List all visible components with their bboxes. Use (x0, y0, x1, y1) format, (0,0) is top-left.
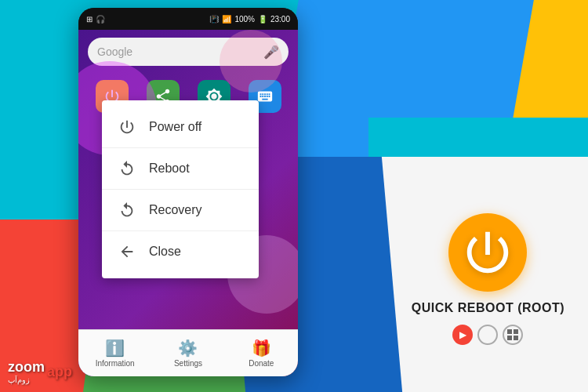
svg-rect-1 (514, 329, 518, 334)
badge-circle (477, 325, 498, 345)
app-power-icon (448, 213, 527, 292)
vibrate-icon: 📳 (209, 15, 219, 24)
clock: 23:00 (270, 15, 290, 24)
svg-rect-0 (507, 329, 512, 334)
power-off-label: Power off (149, 120, 201, 134)
donate-icon: 🎁 (252, 339, 271, 358)
app-badges: ▶ (452, 325, 523, 345)
donate-label: Donate (249, 359, 274, 368)
reboot-label: Reboot (149, 162, 190, 176)
headset-icon: 🎧 (96, 15, 105, 24)
status-right-icons: 📳 📶 100% 🔋 23:00 (209, 15, 290, 24)
recovery-icon (118, 201, 136, 220)
badge-grid (503, 325, 523, 345)
battery-level: 100% (234, 15, 255, 24)
zoomapp-watermark: zoom زوم‌اَپ app (8, 359, 72, 384)
status-left-icons: ⊞ 🎧 (86, 15, 105, 24)
info-label: Information (96, 359, 135, 368)
close-label: Close (149, 245, 181, 259)
status-bar: ⊞ 🎧 📳 📶 100% 🔋 23:00 (78, 8, 298, 30)
app-info-panel: QUICK REBOOT (ROOT) ▶ (412, 213, 564, 345)
menu-item-reboot[interactable]: Reboot (102, 148, 259, 189)
phone-mockup: ⊞ 🎧 📳 📶 100% 🔋 23:00 Google 🎤 (78, 8, 298, 376)
menu-item-poweroff[interactable]: Power off (102, 107, 259, 147)
app-title: QUICK REBOOT (ROOT) (412, 301, 564, 315)
phone-screen: Google 🎤 (78, 30, 298, 376)
watermark-fa: زوم‌اَپ (8, 376, 30, 384)
search-placeholder: Google (97, 45, 132, 58)
watermark-app: app (47, 364, 72, 380)
wifi-icon: 📶 (222, 15, 231, 24)
badge-android: ▶ (452, 325, 473, 345)
nav-donate[interactable]: 🎁 Donate (225, 339, 298, 368)
nav-information[interactable]: ℹ️ Information (78, 339, 151, 368)
settings-label: Settings (174, 359, 202, 368)
nav-settings[interactable]: ⚙️ Settings (151, 339, 224, 368)
reboot-icon (118, 159, 136, 178)
bottom-nav: ℹ️ Information ⚙️ Settings 🎁 Donate (78, 329, 298, 376)
info-icon: ℹ️ (105, 339, 125, 358)
close-arrow-icon (118, 242, 136, 261)
svg-rect-2 (507, 336, 512, 340)
screen-icon: ⊞ (86, 15, 93, 24)
svg-rect-3 (514, 336, 518, 340)
power-off-icon (118, 118, 136, 136)
battery-icon: 🔋 (258, 15, 267, 24)
menu-item-recovery[interactable]: Recovery (102, 190, 259, 230)
wallpaper-decor-2 (220, 30, 282, 93)
power-menu: Power off Reboot Recovery (102, 100, 259, 278)
settings-icon: ⚙️ (178, 339, 198, 358)
watermark-zoom: zoom (8, 359, 45, 376)
recovery-label: Recovery (149, 203, 202, 217)
menu-item-close[interactable]: Close (102, 231, 259, 272)
